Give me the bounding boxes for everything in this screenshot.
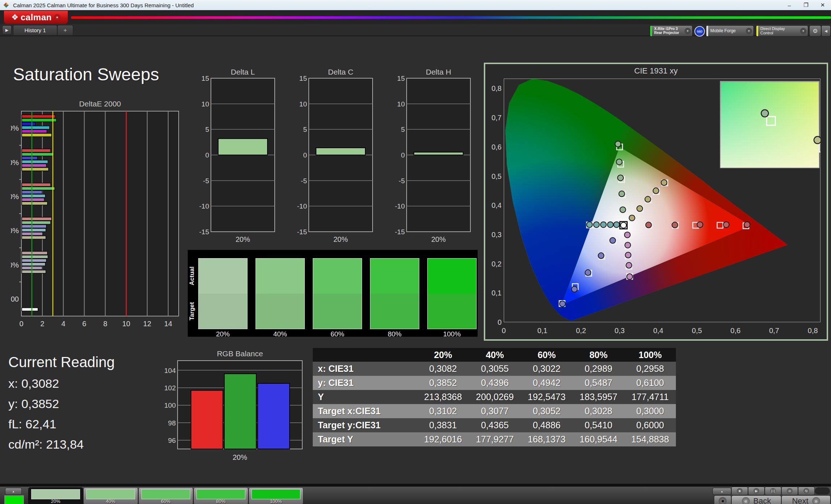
inset-measured-point — [761, 110, 768, 117]
meter-badge[interactable]: 660 — [694, 26, 705, 37]
gear-icon: ⚙ — [813, 28, 818, 34]
close-button[interactable]: ✕ — [814, 2, 831, 8]
chevrons-right-icon: » — [812, 497, 820, 504]
patch-button-80%[interactable]: 80% — [194, 487, 248, 504]
calman-diamond-icon: ❖ — [11, 13, 18, 21]
svg-text:100%: 100% — [11, 124, 19, 132]
measurement-table: 20%40%60%80%100%x: CIE310,30820,30550,30… — [313, 348, 676, 446]
swatch-column-label: 60% — [313, 330, 362, 338]
svg-text:40%: 40% — [11, 227, 19, 235]
svg-text:20%: 20% — [11, 261, 19, 269]
table-cell: 0,5487 — [573, 376, 624, 390]
svg-text:15: 15 — [397, 75, 405, 82]
cie-x-tick: 0,5 — [689, 327, 705, 335]
svg-text:DeltaE 2000: DeltaE 2000 — [79, 100, 121, 108]
cie-1931-chart: CIE 1931 xy00,10,20,30,40,50,60,70,800,1… — [484, 63, 828, 341]
measured-point — [615, 141, 621, 147]
svg-text:100: 100 — [164, 402, 176, 409]
table-cell: 192,5473 — [521, 390, 573, 404]
table-cell: 0,3052 — [521, 404, 573, 418]
calman-logo-menu[interactable]: ❖ calman ▼ — [4, 10, 68, 24]
measured-point — [661, 180, 667, 185]
reading-fl: fL: 62,41 — [8, 417, 56, 431]
patch-button-100%[interactable]: 100% — [249, 487, 303, 504]
tab-history-1[interactable]: History 1 — [13, 25, 57, 35]
refresh-button[interactable]: ↻ — [798, 487, 815, 495]
svg-text:Delta L: Delta L — [231, 68, 255, 76]
titlebar: Calman 2025 Calman Ultimate for Business… — [0, 0, 831, 10]
svg-text:-10: -10 — [199, 202, 209, 210]
deltae-bar — [22, 270, 46, 273]
read-series-button[interactable]: [··] — [765, 487, 781, 495]
cie-x-tick: 0,4 — [650, 327, 666, 335]
svg-text:12: 12 — [143, 320, 151, 328]
settings-gear-button[interactable]: ⚙ — [809, 25, 821, 37]
cie-x-tick: 0,3 — [612, 327, 628, 335]
svg-text:0: 0 — [401, 151, 405, 159]
table-cell: 168,1373 — [521, 432, 573, 446]
next-button[interactable]: Next » — [781, 495, 831, 504]
add-tab-button[interactable]: + — [57, 25, 73, 35]
measured-point — [601, 222, 606, 227]
row-label: Target y:CIE31 — [313, 418, 417, 432]
table-cell: 0,3082 — [417, 362, 469, 376]
column-header — [313, 348, 417, 362]
patch-swatch — [252, 489, 300, 499]
minimize-button[interactable]: – — [781, 2, 798, 8]
svg-text:-5: -5 — [399, 177, 405, 185]
swatch-column-label: 20% — [199, 330, 247, 338]
patch-button-40%[interactable]: 40% — [83, 487, 138, 504]
patch-label: 100% — [249, 499, 303, 504]
delta-bar — [316, 148, 365, 155]
svg-text:80%: 80% — [11, 159, 19, 167]
row-label: y: CIE31 — [313, 376, 417, 390]
row-label: x: CIE31 — [313, 362, 417, 376]
measured-point — [624, 232, 630, 238]
patch-button-60%[interactable]: 60% — [138, 487, 193, 504]
status-lamp — [815, 487, 830, 495]
play-icon: ▶ — [753, 488, 759, 494]
rgb-bar-green — [224, 374, 256, 449]
deltae-bar — [22, 251, 47, 255]
deltae-bar — [22, 202, 47, 205]
layout-expander-button[interactable]: ▶ — [2, 25, 12, 35]
svg-text:0: 0 — [19, 320, 23, 328]
app-window: Calman 2025 Calman Ultimate for Business… — [0, 0, 831, 504]
swatch-column — [256, 259, 304, 329]
transport-expand-button[interactable]: ▲ — [712, 488, 731, 495]
back-button[interactable]: « Back — [731, 495, 781, 504]
workflow-dropdown[interactable]: Mobile Forge ▼ — [706, 25, 754, 37]
svg-text:RGB Balance: RGB Balance — [217, 349, 263, 358]
svg-text:8: 8 — [103, 320, 107, 328]
measured-point — [585, 270, 591, 276]
table-cell: 0,6100 — [624, 376, 676, 390]
display-control-dropdown[interactable]: Direct Display Control ▼ — [756, 25, 808, 37]
svg-text:-10: -10 — [395, 202, 405, 210]
collapse-panel-button[interactable]: ◀ — [821, 25, 831, 37]
svg-text:20%: 20% — [431, 235, 446, 243]
svg-text:0: 0 — [303, 151, 307, 159]
measured-point — [625, 252, 631, 258]
deltae-bar — [22, 183, 51, 186]
play-button[interactable]: ▶ — [748, 487, 765, 495]
patch-label: 60% — [139, 499, 193, 504]
target-swatch — [256, 294, 304, 329]
patch-button-20%[interactable]: 20% — [28, 487, 83, 504]
continuous-button[interactable]: ∞ — [781, 487, 798, 495]
record-patch-button[interactable]: ■ — [714, 495, 731, 504]
patch-list-expand-button[interactable]: ▲ — [5, 488, 22, 495]
maximize-button[interactable]: ❐ — [798, 2, 814, 8]
stop-button[interactable]: ■ — [731, 487, 748, 495]
actual-swatch — [428, 259, 476, 294]
deltae-2000-chart: DeltaE 200002468101214100%80%60%40%20%10… — [11, 98, 181, 333]
svg-text:-15: -15 — [199, 228, 209, 236]
meter-dropdown[interactable]: X-Rite i1Pro 3 Rear Projector ▼ — [650, 25, 693, 37]
deltae-bar — [22, 187, 55, 190]
table-row: y: CIE310,38520,43960,49420,54870,6100 — [313, 376, 676, 390]
meter-line2: Rear Projector — [654, 31, 683, 35]
swatch-column — [313, 259, 362, 329]
patch-swatch — [31, 489, 80, 499]
white-point-measured — [620, 222, 626, 228]
column-header: 100% — [624, 348, 676, 362]
svg-text:4: 4 — [61, 320, 65, 328]
